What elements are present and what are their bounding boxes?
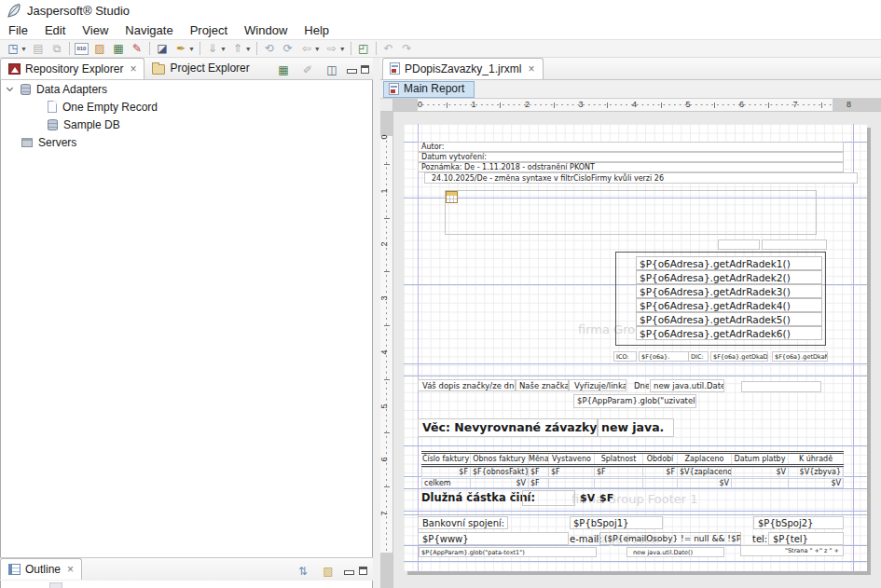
detail-cell[interactable]: $V	[732, 467, 789, 477]
tab-jrxml-file[interactable]: PDopisZavazky_1.jrxml ×	[382, 58, 544, 79]
adresa-line-field[interactable]: $P{o6Adresa}.getAdrRadek3()	[636, 284, 822, 298]
celkem-cell[interactable]: $V	[471, 478, 529, 488]
subject-label-field[interactable]: Věc: Nevyrovnané závazky k	[418, 418, 598, 437]
menu-help[interactable]: Help	[296, 21, 337, 39]
detail-cell[interactable]: $V{zbyva}	[789, 467, 844, 477]
bspoj2-field[interactable]: $P{bSpoj2}	[753, 516, 844, 529]
expand-chevron-icon[interactable]	[7, 85, 13, 91]
report-page[interactable]: Title firma Group Header 1 firma Group F…	[404, 124, 867, 571]
minimize-view-icon[interactable]	[347, 66, 355, 74]
palette-icon[interactable]: ▨	[319, 563, 337, 579]
dic-value2-field[interactable]: $F{o6a}.getDkaNr()	[772, 351, 828, 362]
celkem-cell[interactable]: $F	[529, 478, 549, 488]
email-expr-field[interactable]: ($P{emailOsoby} != null && !$P	[599, 532, 741, 545]
panel-sash[interactable]	[373, 58, 380, 588]
vas-dopis-label[interactable]: Váš dopis značky/ze dne	[418, 379, 516, 391]
maximize-outline-icon[interactable]	[359, 567, 367, 575]
bspoj1-field[interactable]: $P{bSpoj1}	[570, 516, 663, 529]
strana-field[interactable]: "Strana " +" z " +	[740, 545, 844, 556]
detail-cell[interactable]: $F	[643, 467, 678, 477]
detail-cell[interactable]: $F	[529, 467, 549, 477]
next-edit-location-icon[interactable]: ⟳	[279, 41, 297, 57]
celkem-cell[interactable]: celkem	[421, 478, 471, 488]
tree-item-data-adapters[interactable]: Data Adapters	[1, 80, 372, 98]
autor-field[interactable]: Autor:	[418, 142, 844, 152]
dic-value-field[interactable]: $F{o6a}.getDkaDic()	[710, 351, 768, 362]
poznamka-field[interactable]: Poznámka: De - 1.11.2018 - odstranění PK…	[418, 162, 844, 172]
dluzna-f-field[interactable]: $F	[599, 492, 613, 504]
www-field[interactable]: $P{www}	[418, 532, 569, 545]
small-field-2[interactable]	[762, 239, 827, 250]
invoice-table-detail-row[interactable]: $F$F{obnosFakt}$F$F$F$F$V{zaplaceno}$V$V…	[421, 467, 844, 477]
link-with-editor-icon[interactable]: ⇅	[294, 563, 312, 579]
dne-label[interactable]: Dne	[626, 379, 650, 391]
wand-icon[interactable]: ✐	[298, 62, 317, 77]
poznamka2-field[interactable]: 24.10.2025/De - změna syntaxe v filtrCis…	[424, 172, 858, 184]
menu-view[interactable]: View	[74, 21, 117, 39]
new-report-icon[interactable]: ◰	[354, 41, 373, 57]
report-wizard-icon[interactable]: ▨	[90, 41, 109, 57]
close-icon[interactable]: ×	[528, 62, 534, 75]
detail-cell[interactable]: $V{zaplaceno}	[678, 467, 732, 477]
adresa-line-field[interactable]: $P{o6Adresa}.getAdrRadek6()	[636, 326, 822, 340]
minimize-outline-icon[interactable]	[344, 567, 352, 575]
celkem-cell[interactable]	[595, 478, 643, 488]
celkem-cell[interactable]: $V	[789, 478, 844, 488]
adresa-line-field[interactable]: $P{o6Adresa}.getAdrRadek1()	[636, 256, 822, 270]
vyrizuje-label[interactable]: Vyřizuje/linka	[569, 379, 626, 391]
detail-cell[interactable]: $F	[595, 467, 643, 477]
detail-cell[interactable]: $F	[549, 467, 595, 477]
datum-field[interactable]: Datum vytvoření:	[418, 152, 844, 162]
tel-field[interactable]: $P{tel}	[768, 532, 844, 545]
celkem-cell[interactable]	[643, 478, 678, 488]
small-field-1[interactable]	[718, 239, 760, 250]
bank-label[interactable]: Bankovní spojení:	[418, 516, 508, 529]
tab-main-report[interactable]: Main Report	[383, 81, 475, 98]
menu-navigate[interactable]: Navigate	[117, 21, 181, 39]
design-canvas[interactable]: Title firma Group Header 1 firma Group F…	[393, 112, 881, 588]
nase-znacka-label[interactable]: Naše značka	[516, 379, 569, 391]
tab-outline[interactable]: Outline ×	[0, 558, 82, 580]
date-expr-field[interactable]: new java.util.Date()	[650, 379, 724, 392]
maximize-view-icon[interactable]	[361, 65, 369, 74]
menu-edit[interactable]: Edit	[36, 21, 74, 39]
dluzna-label[interactable]: Dlužná částka činí:	[421, 491, 535, 504]
adresa-line-field[interactable]: $P{o6Adresa}.getAdrRadek4()	[636, 298, 822, 312]
table-element-icon[interactable]	[446, 191, 458, 203]
add-server-icon[interactable]: ◫	[323, 62, 341, 77]
detail-cell[interactable]: $F	[421, 467, 471, 477]
prev-edit-location-icon[interactable]: ⟲	[260, 41, 279, 57]
tab-repository-explorer[interactable]: Repository Explorer ×	[0, 58, 145, 79]
check-report-icon[interactable]: ✎	[128, 41, 146, 57]
uzivatel-expr-field[interactable]: $P{AppParam}.glob("uzivatel-t")	[573, 394, 696, 408]
celkem-cell[interactable]: $V	[678, 478, 732, 488]
add-data-adapter-icon[interactable]: ▦	[109, 41, 128, 57]
adresa-line-field[interactable]: $P{o6Adresa}.getAdrRadek2()	[636, 270, 822, 284]
invoice-table-celkem-row[interactable]: celkem$V$F$V$V	[421, 478, 844, 488]
close-icon[interactable]: ×	[67, 563, 74, 576]
dluzna-v-field[interactable]: $V	[580, 492, 595, 504]
tree-item-sample-db[interactable]: Sample DB	[1, 116, 372, 133]
style-pen-icon[interactable]: ✒	[172, 41, 190, 57]
publish-to-server-icon[interactable]: ◪	[153, 41, 172, 57]
detail-cell[interactable]: $F{obnosFakt}	[471, 467, 529, 477]
tree-item-servers[interactable]: Servers	[1, 133, 372, 151]
footer-date-field[interactable]: new java.util.Date()	[626, 547, 724, 557]
datasource-010-icon[interactable]: 010	[75, 43, 89, 55]
new-wizard-icon[interactable]: ◳	[4, 41, 22, 57]
close-icon[interactable]: ×	[130, 62, 136, 75]
menu-file[interactable]: File	[0, 21, 36, 39]
celkem-cell[interactable]	[549, 478, 595, 488]
menu-project[interactable]: Project	[182, 21, 236, 39]
subject-value-field[interactable]: new java.	[598, 418, 674, 437]
celkem-cell[interactable]	[732, 478, 789, 488]
tab-project-explorer[interactable]: Project Explorer	[145, 58, 256, 79]
pata-text-field[interactable]: $P{AppParam}.glob("pata-text1")	[419, 547, 597, 557]
tree-item-one-empty-record[interactable]: One Empty Record	[1, 98, 372, 116]
dluzna-empty-field[interactable]	[522, 490, 575, 506]
adresa-line-field[interactable]: $P{o6Adresa}.getAdrRadek5()	[636, 312, 822, 326]
menu-window[interactable]: Window	[236, 21, 296, 39]
invoice-table-header-row[interactable]: Číslo fakturyObnos fakturyMěnaVystavenoS…	[421, 451, 844, 467]
empty-date-field[interactable]	[741, 381, 821, 392]
add-data-adapter-icon[interactable]: ▦	[274, 62, 293, 77]
